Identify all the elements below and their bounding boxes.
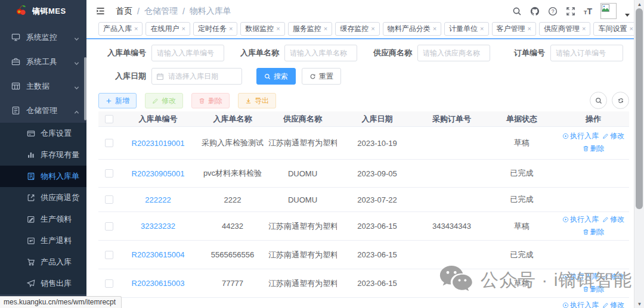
reset-button[interactable]: 重置 <box>302 68 341 85</box>
op-label: 执行入库 <box>570 271 599 282</box>
delete-row-button[interactable]: 删除 <box>583 226 605 238</box>
row-checkbox[interactable] <box>105 222 113 231</box>
sidebar-item-生产退料[interactable]: 生产退料 <box>0 230 86 251</box>
sidebar-item-供应商退货[interactable]: 供应商退货 <box>0 187 86 209</box>
tab-缓存监控[interactable]: 缓存监控× <box>335 22 379 36</box>
sidebar-group-系统工具[interactable]: 系统工具 <box>0 49 86 74</box>
refresh-table-button[interactable] <box>612 92 629 109</box>
receipt-date-input[interactable] <box>151 68 242 85</box>
toggle-search-button[interactable] <box>590 92 607 109</box>
receipt-name-input[interactable] <box>284 45 357 61</box>
sidebar-item-仓库设置[interactable]: 仓库设置 <box>0 123 86 144</box>
tab-close-icon[interactable]: × <box>582 26 586 32</box>
page-scrollbar[interactable]: ▲ ▼ <box>634 0 644 308</box>
receipt-code-link[interactable]: R20231019001 <box>119 139 197 148</box>
tab-车间设置[interactable]: 车间设置× <box>593 22 637 36</box>
sidebar-item-物料入库单[interactable]: 物料入库单 <box>0 166 86 187</box>
play-circle-icon <box>562 302 569 308</box>
sidebar-item-库存现有量[interactable]: 库存现有量 <box>0 144 86 166</box>
delete-row-button[interactable]: 删除 <box>583 284 605 295</box>
row-checkbox[interactable] <box>105 169 113 178</box>
sidebar-group-仓储管理[interactable]: 仓储管理 <box>0 98 86 123</box>
broken-image-icon <box>602 4 609 12</box>
avatar[interactable] <box>600 3 617 19</box>
tab-close-icon[interactable]: × <box>371 26 374 32</box>
edit-row-button[interactable]: 修改 <box>602 214 624 225</box>
tab-close-icon[interactable]: × <box>181 26 185 32</box>
breadcrumb-warehouse[interactable]: 仓储管理 <box>144 6 178 17</box>
user-menu-caret-icon[interactable] <box>625 14 630 17</box>
order-code-input[interactable] <box>550 45 623 61</box>
sidebar-group-主数据[interactable]: 主数据 <box>0 74 86 98</box>
tab-close-icon[interactable]: × <box>229 26 233 32</box>
filter-row-1: 入库单编号 入库单名称 供应商名称 订单编号 <box>98 45 629 61</box>
search-button[interactable]: 搜索 <box>256 68 296 85</box>
supplier-name: 江苏南通塑有为塑料... <box>268 250 337 260</box>
grid-icon <box>11 82 20 91</box>
sidebar-item-生产领料[interactable]: 生产领料 <box>0 209 86 230</box>
scrollbar-up-arrow[interactable]: ▲ <box>634 0 644 8</box>
add-button[interactable]: 新增 <box>98 93 137 108</box>
tab-在线用户[interactable]: 在线用户× <box>145 22 190 36</box>
sidebar-item-产品入库[interactable]: 产品入库 <box>0 251 86 273</box>
search-icon[interactable] <box>512 7 522 16</box>
row-checkbox[interactable] <box>105 139 113 147</box>
edit-button[interactable]: 修改 <box>145 93 183 108</box>
receipt-code-link[interactable]: R20230615004 <box>119 250 197 259</box>
export-button[interactable]: 导出 <box>238 93 276 108</box>
edit-icon <box>602 302 609 308</box>
tab-数据监控[interactable]: 数据监控× <box>240 22 284 36</box>
receipt-date: 2023-09-05 <box>337 169 417 178</box>
tab-close-icon[interactable]: × <box>276 26 280 32</box>
github-icon[interactable] <box>530 7 540 16</box>
row-checkbox[interactable] <box>105 195 113 204</box>
tab-客户管理[interactable]: 客户管理× <box>492 22 536 36</box>
execute-receipt-button[interactable]: 执行入库 <box>562 271 599 282</box>
tab-label: 供应商管理 <box>544 24 580 34</box>
execute-receipt-button[interactable]: 执行入库 <box>562 214 599 225</box>
tab-定时任务[interactable]: 定时任务× <box>193 22 237 36</box>
sidebar-scrollbar-thumb[interactable] <box>84 57 86 120</box>
delete-button[interactable]: 删除 <box>191 93 230 108</box>
sidebar-item-销售出库[interactable]: 销售出库 <box>0 273 86 294</box>
row-checkbox[interactable] <box>105 115 113 123</box>
edit-row-button[interactable]: 修改 <box>602 271 624 282</box>
sidebar-group-系统监控[interactable]: 系统监控 <box>0 25 86 49</box>
tab-close-icon[interactable]: × <box>433 26 436 32</box>
delete-row-button[interactable]: 删除 <box>583 143 605 154</box>
execute-receipt-button[interactable]: 执行入库 <box>562 300 599 308</box>
receipt-code-link[interactable]: R20230905001 <box>119 169 197 178</box>
scrollbar-thumb[interactable] <box>636 8 643 209</box>
tab-计量单位[interactable]: 计量单位× <box>444 22 488 36</box>
tab-服务监控[interactable]: 服务监控× <box>288 22 332 36</box>
tab-close-icon[interactable]: × <box>480 26 484 32</box>
sidebar-toggle-icon[interactable] <box>95 7 106 15</box>
receipt-code-link[interactable]: 222222 <box>119 195 197 204</box>
tab-物料产品分类[interactable]: 物料产品分类× <box>383 22 441 36</box>
tab-供应商管理[interactable]: 供应商管理× <box>539 22 590 36</box>
tab-close-icon[interactable]: × <box>528 26 531 32</box>
breadcrumb-home[interactable]: 首页 <box>116 6 132 17</box>
op-label: 删除 <box>590 143 605 154</box>
receipt-code-link[interactable]: R20230615003 <box>119 279 197 288</box>
row-checkbox[interactable] <box>105 279 113 288</box>
row-checkbox[interactable] <box>105 251 113 259</box>
row-checkbox-cell <box>98 139 119 147</box>
row-actions-line2: 删除 <box>558 284 629 296</box>
return-box-icon <box>27 237 35 245</box>
tab-产品入库[interactable]: 产品入库× <box>98 22 143 36</box>
font-size-icon[interactable]: TT <box>584 7 592 15</box>
tab-close-icon[interactable]: × <box>629 26 633 32</box>
receipt-code-link[interactable]: 32323232 <box>119 222 197 231</box>
receipt-code-input[interactable] <box>151 45 224 61</box>
tab-close-icon[interactable]: × <box>324 26 327 32</box>
edit-row-button[interactable]: 修改 <box>602 130 624 142</box>
supplier-name-input[interactable] <box>417 45 490 61</box>
fullscreen-icon[interactable] <box>566 7 575 16</box>
scrollbar-down-arrow[interactable]: ▼ <box>634 300 644 308</box>
edit-row-button[interactable]: 修改 <box>602 300 624 308</box>
logo[interactable]: K 镝铒MES <box>0 0 86 22</box>
help-icon[interactable]: ? <box>548 7 558 16</box>
tab-close-icon[interactable]: × <box>134 26 138 32</box>
execute-receipt-button[interactable]: 执行入库 <box>562 130 599 142</box>
